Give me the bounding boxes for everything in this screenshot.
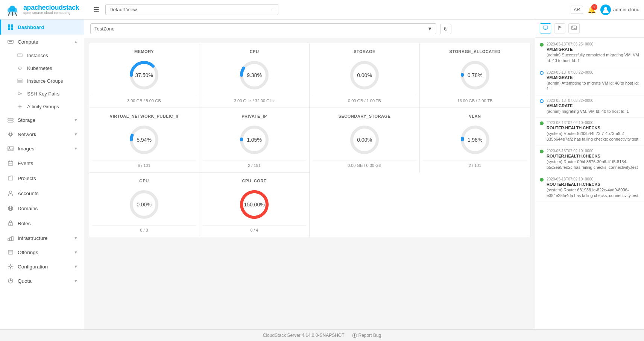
gauge-label-cpu: CPU (250, 49, 259, 54)
sidebar-item-roles[interactable]: Roles (0, 216, 84, 231)
svg-rect-9 (11, 24, 13, 27)
instance-groups-icon (17, 77, 23, 84)
instance-groups-label: Instance Groups (27, 78, 63, 84)
sidebar-section-network[interactable]: Network ▼ (0, 127, 84, 141)
app-header: apachecloudstack open source cloud compu… (0, 0, 644, 20)
rp-flag-button[interactable] (554, 23, 565, 33)
configuration-icon (7, 263, 14, 270)
svg-point-7 (604, 7, 607, 10)
event-desc: (admin) migrating VM. VM Id: 40 to host … (547, 109, 639, 114)
gauge-wrap-cpu-core: 150.00% (237, 188, 271, 221)
view-selector-icon: □ (272, 8, 274, 12)
sidebar: Dashboard Compute ▲ Instances ⚙ Kubernet… (0, 20, 84, 329)
network-label: Network (18, 132, 36, 137)
svg-rect-8 (8, 24, 10, 27)
offerings-label: Offerings (18, 250, 38, 255)
offerings-chevron: ▼ (74, 250, 78, 255)
event-time: 2020-05-13T07:02:10+0000 (547, 177, 639, 181)
sidebar-item-kubernetes[interactable]: ⚙ Kubernetes (17, 62, 84, 74)
affinity-groups-label: Affinity Groups (27, 104, 59, 109)
domains-label: Domains (18, 206, 38, 211)
compute-icon (7, 38, 14, 45)
event-desc: (system) Router 6819381e-822e-4ad9-8006-… (547, 187, 639, 199)
svg-point-39 (10, 224, 11, 224)
ssh-key-pairs-label: SSH Key Pairs (27, 91, 59, 97)
svg-rect-17 (18, 80, 22, 82)
sidebar-item-affinity-groups[interactable]: Affinity Groups (17, 100, 84, 113)
event-dot (540, 43, 544, 47)
logo-main: apachecloudstack (23, 4, 79, 12)
gauge-sub-vlan: 2 / 101 (423, 161, 527, 168)
sidebar-item-events[interactable]: Events (0, 156, 84, 171)
sidebar-item-instances[interactable]: Instances (17, 49, 84, 62)
gauge-label-private-ip: PRIVATE_IP (242, 114, 267, 118)
gauge-cell-private-ip: PRIVATE_IP1.05%2 / 191 (199, 108, 310, 173)
user-name: admin cloud (613, 7, 639, 12)
sidebar-section-compute[interactable]: Compute ▲ (0, 35, 84, 49)
event-content: 2020-05-13T07:02:10+0000ROUTER.HEALTH.CH… (547, 121, 639, 142)
footer-server-label: CloudStack Server 4.14.0.0-SNAPSHOT (263, 333, 345, 338)
rp-monitor-button[interactable] (540, 23, 551, 33)
sidebar-section-infrastructure[interactable]: Infrastructure ▼ (0, 231, 84, 245)
instances-label: Instances (27, 53, 48, 58)
projects-label: Projects (18, 176, 36, 181)
gauge-sub-virtual-network: 6 / 101 (92, 161, 196, 168)
event-item: 2020-05-13T07:03:25+0000VM.MIGRATE(admin… (535, 39, 644, 67)
sidebar-section-configuration[interactable]: Configuration ▼ (0, 259, 84, 274)
sidebar-item-projects[interactable]: Projects (0, 171, 84, 186)
kubernetes-label: Kubernetes (27, 65, 52, 71)
svg-rect-42 (12, 236, 13, 241)
svg-point-27 (9, 132, 12, 136)
footer: CloudStack Server 4.14.0.0-SNAPSHOT Repo… (0, 329, 644, 341)
event-title: VM.MIGRATE (547, 47, 639, 52)
sidebar-item-dashboard[interactable]: Dashboard (0, 20, 84, 35)
notification-button[interactable]: 🔔 2 (588, 6, 596, 14)
refresh-button[interactable]: ↻ (440, 24, 451, 34)
gauge-cell-storage: STORAGE0.00%0.00 GB / 1.00 TB (310, 43, 420, 108)
gauge-cell-cpu-core: CPU_CORE150.00%6 / 4 (199, 173, 310, 237)
zone-chevron: ▼ (427, 26, 432, 32)
storage-label: Storage (18, 117, 35, 123)
dashboard-toolbar: TestZone ▼ ↻ (84, 20, 535, 38)
event-content: 2020-05-13T07:03:25+0000VM.MIGRATE(admin… (547, 42, 639, 64)
sidebar-item-ssh-key-pairs[interactable]: SSH Key Pairs (17, 87, 84, 100)
gauge-cell-cpu: CPU9.38%3.00 GHz / 32.00 GHz (199, 43, 310, 108)
hamburger-button[interactable]: ☰ (92, 4, 101, 15)
zone-selector[interactable]: TestZone ▼ (90, 23, 436, 34)
gauge-wrap-secondary-storage: 0.00% (348, 123, 381, 157)
instances-icon (17, 52, 23, 59)
event-title: VM.MIGRATE (547, 75, 639, 80)
notification-badge: 2 (591, 4, 597, 10)
footer-report-bug-text: Report Bug (358, 333, 381, 338)
gauge-wrap-storage-allocated: 0.78% (458, 58, 492, 92)
sidebar-item-accounts[interactable]: Accounts (0, 186, 84, 201)
svg-rect-11 (11, 27, 13, 30)
gauge-sub-cpu: 3.00 GHz / 32.00 GHz (202, 96, 306, 103)
sidebar-section-offerings[interactable]: Offerings ▼ (0, 245, 84, 259)
rp-terminal-button[interactable] (568, 23, 580, 33)
sidebar-item-domains[interactable]: Domains (0, 201, 84, 216)
domains-icon (7, 205, 14, 212)
event-title: ROUTER.HEALTH.CHECKS (547, 154, 639, 158)
event-desc: (system) Router 09bb3576-30b6-41f5-8134-… (547, 159, 639, 171)
gauge-sub-storage: 0.00 GB / 1.00 TB (313, 96, 416, 103)
sidebar-section-quota[interactable]: Quota ▼ (0, 274, 84, 288)
sidebar-item-instance-groups[interactable]: Instance Groups (17, 74, 84, 87)
images-chevron: ▼ (74, 146, 78, 151)
header-right: AR 🔔 2 admin cloud (571, 5, 639, 15)
svg-rect-41 (10, 238, 11, 241)
quota-label: Quota (18, 278, 32, 284)
configuration-label: Configuration (18, 264, 48, 270)
user-menu-button[interactable]: admin cloud (600, 5, 639, 15)
view-selector[interactable]: Default View □ (105, 4, 278, 15)
footer-report-bug-link[interactable]: Report Bug (352, 333, 381, 338)
gauge-cell-virtual-network: VIRTUAL_NETWORK_PUBLIC_II5.94%6 / 101 (89, 108, 199, 173)
sidebar-section-images[interactable]: Images ▼ (0, 141, 84, 156)
sidebar-section-storage[interactable]: Storage ▼ (0, 113, 84, 127)
language-button[interactable]: AR (571, 6, 583, 14)
gauge-label-storage: STORAGE (354, 49, 375, 54)
event-content: 2020-05-13T07:02:10+0000ROUTER.HEALTH.CH… (547, 149, 639, 171)
compute-section-left: Compute (7, 38, 38, 45)
gauge-grid: MEMORY37.50%3.00 GB / 8.00 GBCPU9.38%3.0… (89, 43, 530, 237)
gauge-wrap-storage: 0.00% (348, 58, 381, 92)
